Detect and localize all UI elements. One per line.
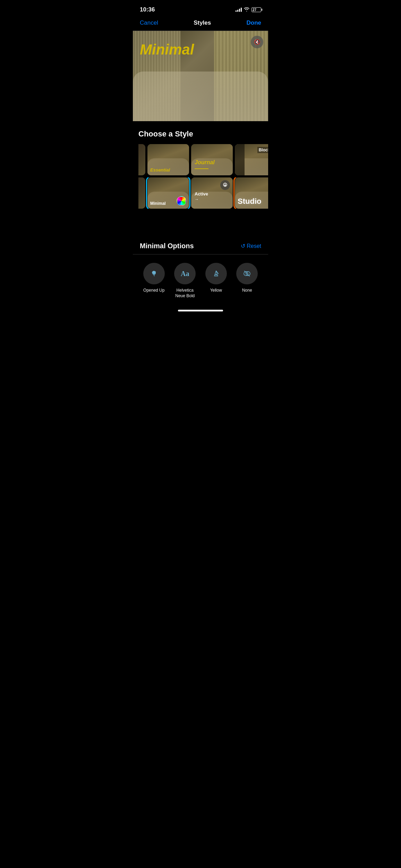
journal-label: Journal bbox=[195, 159, 215, 166]
font-label: Helvetica Neue Bold bbox=[175, 288, 195, 299]
status-bar: 10:36 27 bbox=[133, 0, 268, 17]
reset-label: Reset bbox=[247, 243, 261, 249]
choose-style-section: Choose a Style Essential Journal bbox=[133, 121, 268, 214]
blocks-overlay bbox=[235, 144, 245, 175]
home-indicator bbox=[133, 304, 268, 314]
option-item-color[interactable]: Yellow bbox=[204, 263, 228, 299]
minimal-options-section: Minimal Options ↺ Reset Opened Up Aa Hel… bbox=[133, 232, 268, 304]
blocks-label: Blocks bbox=[257, 147, 268, 153]
opened-up-label: Opened Up bbox=[143, 288, 164, 293]
color-icon bbox=[205, 263, 227, 284]
essential-label: Essential bbox=[150, 167, 170, 173]
style-item-partial-2 bbox=[138, 177, 145, 209]
wifi-icon bbox=[244, 7, 249, 12]
mute-button[interactable]: 🔇 bbox=[251, 36, 263, 48]
option-item-blend[interactable]: None bbox=[235, 263, 259, 299]
svg-point-1 bbox=[215, 274, 217, 275]
color-wheel-icon bbox=[177, 196, 186, 206]
reset-icon: ↺ bbox=[241, 243, 245, 249]
nav-bar: Cancel Styles Done bbox=[133, 17, 268, 31]
style-item-partial bbox=[138, 144, 145, 175]
style-row-1: Essential Journal Blocks bbox=[138, 144, 268, 175]
option-item-opened-up[interactable]: Opened Up bbox=[142, 263, 166, 299]
preview-background: Minimal 🔇 bbox=[133, 31, 268, 121]
status-time: 10:36 bbox=[140, 6, 155, 13]
blend-icon bbox=[236, 263, 258, 284]
options-title: Minimal Options bbox=[140, 242, 194, 250]
blend-label: None bbox=[242, 288, 252, 293]
page-title: Styles bbox=[194, 19, 211, 26]
status-icons: 27 bbox=[236, 7, 261, 12]
style-item-blocks[interactable]: Blocks bbox=[235, 144, 268, 175]
style-item-studio[interactable]: Studio bbox=[235, 177, 268, 209]
battery-icon: 27 bbox=[251, 7, 261, 12]
home-bar bbox=[178, 310, 223, 311]
reset-button[interactable]: ↺ Reset bbox=[241, 243, 261, 249]
style-row-2: Minimal Active → bbox=[138, 177, 268, 209]
choose-style-title: Choose a Style bbox=[138, 130, 268, 139]
font-icon: Aa bbox=[174, 263, 196, 284]
signal-bars-icon bbox=[236, 8, 242, 12]
sofa-area bbox=[133, 72, 268, 121]
options-header: Minimal Options ↺ Reset bbox=[133, 242, 268, 254]
style-item-journal[interactable]: Journal bbox=[191, 144, 233, 175]
style-item-essential[interactable]: Essential bbox=[147, 144, 189, 175]
style-item-minimal[interactable]: Minimal bbox=[147, 177, 189, 209]
active-label: Active → bbox=[195, 191, 208, 202]
mute-icon: 🔇 bbox=[254, 39, 261, 45]
minimal-label: Minimal bbox=[150, 201, 166, 206]
cancel-button[interactable]: Cancel bbox=[140, 19, 158, 26]
studio-label: Studio bbox=[238, 197, 261, 206]
style-item-active[interactable]: Active → bbox=[191, 177, 233, 209]
done-button[interactable]: Done bbox=[246, 19, 261, 26]
option-item-font[interactable]: Aa Helvetica Neue Bold bbox=[173, 263, 197, 299]
color-label: Yellow bbox=[210, 288, 222, 293]
options-row: Opened Up Aa Helvetica Neue Bold Yellow bbox=[133, 254, 268, 304]
preview-style-label: Minimal bbox=[140, 41, 194, 58]
preview-container: Minimal 🔇 bbox=[133, 31, 268, 121]
opened-up-icon bbox=[143, 263, 165, 284]
download-icon bbox=[220, 180, 230, 190]
